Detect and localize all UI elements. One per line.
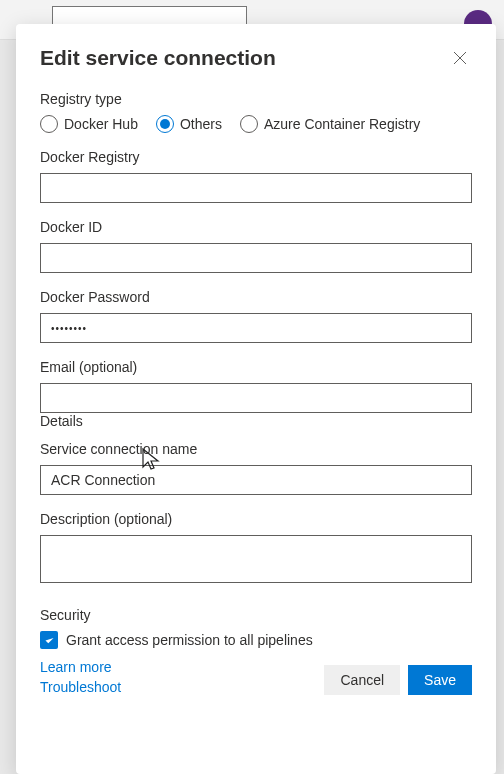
footer-buttons: Cancel Save xyxy=(324,665,472,695)
radio-label: Azure Container Registry xyxy=(264,116,420,132)
registry-type-group: Registry type Docker Hub Others Azure Co… xyxy=(40,91,472,133)
footer-links: Learn more Troubleshoot xyxy=(40,659,121,695)
radio-docker-hub[interactable]: Docker Hub xyxy=(40,115,138,133)
docker-password-label: Docker Password xyxy=(40,289,472,305)
troubleshoot-link[interactable]: Troubleshoot xyxy=(40,679,121,695)
service-connection-name-input[interactable] xyxy=(40,465,472,495)
learn-more-link[interactable]: Learn more xyxy=(40,659,121,675)
docker-registry-group: Docker Registry xyxy=(40,149,472,203)
registry-type-options: Docker Hub Others Azure Container Regist… xyxy=(40,115,472,133)
radio-icon xyxy=(40,115,58,133)
registry-type-label: Registry type xyxy=(40,91,472,107)
radio-icon xyxy=(240,115,258,133)
cancel-button[interactable]: Cancel xyxy=(324,665,400,695)
email-group: Email (optional) xyxy=(40,359,472,413)
docker-password-group: Docker Password xyxy=(40,289,472,343)
docker-password-input[interactable] xyxy=(40,313,472,343)
docker-id-input[interactable] xyxy=(40,243,472,273)
radio-label: Others xyxy=(180,116,222,132)
panel-footer: Learn more Troubleshoot Cancel Save xyxy=(40,659,472,695)
checkmark-icon xyxy=(43,634,56,647)
service-connection-name-group: Service connection name xyxy=(40,441,472,495)
details-heading: Details xyxy=(40,413,472,429)
description-group: Description (optional) xyxy=(40,511,472,587)
service-connection-name-label: Service connection name xyxy=(40,441,472,457)
docker-id-label: Docker ID xyxy=(40,219,472,235)
email-input[interactable] xyxy=(40,383,472,413)
save-button[interactable]: Save xyxy=(408,665,472,695)
close-button[interactable] xyxy=(448,46,472,73)
docker-registry-input[interactable] xyxy=(40,173,472,203)
grant-access-checkbox[interactable] xyxy=(40,631,58,649)
radio-label: Docker Hub xyxy=(64,116,138,132)
grant-access-label: Grant access permission to all pipelines xyxy=(66,632,313,648)
radio-others[interactable]: Others xyxy=(156,115,222,133)
email-label: Email (optional) xyxy=(40,359,472,375)
grant-access-row: Grant access permission to all pipelines xyxy=(40,631,472,649)
radio-icon xyxy=(156,115,174,133)
panel-header: Edit service connection xyxy=(40,46,472,73)
description-input[interactable] xyxy=(40,535,472,583)
docker-registry-label: Docker Registry xyxy=(40,149,472,165)
edit-service-connection-panel: Edit service connection Registry type Do… xyxy=(16,24,496,774)
radio-acr[interactable]: Azure Container Registry xyxy=(240,115,420,133)
close-icon xyxy=(452,50,468,66)
panel-title: Edit service connection xyxy=(40,46,276,70)
docker-id-group: Docker ID xyxy=(40,219,472,273)
security-heading: Security xyxy=(40,607,472,623)
description-label: Description (optional) xyxy=(40,511,472,527)
